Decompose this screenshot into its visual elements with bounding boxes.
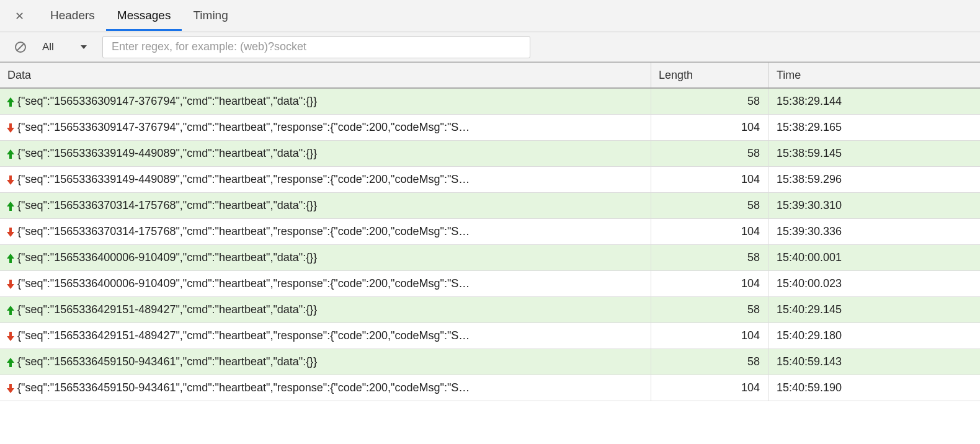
close-icon[interactable]: ✕ bbox=[15, 9, 24, 23]
arrow-down-icon bbox=[5, 226, 16, 238]
message-time: 15:38:29.165 bbox=[769, 115, 980, 140]
message-payload: {"seq":"1565336459150-943461","cmd":"hea… bbox=[17, 355, 317, 368]
arrow-up-icon bbox=[5, 96, 16, 107]
message-time: 15:38:59.145 bbox=[769, 141, 980, 166]
message-time: 15:40:29.180 bbox=[769, 323, 980, 349]
message-length: 58 bbox=[651, 349, 769, 375]
message-time: 15:40:59.143 bbox=[769, 349, 980, 375]
message-payload: {"seq":"1565336459150-943461","cmd":"hea… bbox=[17, 381, 470, 394]
table-row[interactable]: {"seq":"1565336370314-175768","cmd":"hea… bbox=[0, 219, 980, 245]
table-row[interactable]: {"seq":"1565336459150-943461","cmd":"hea… bbox=[0, 349, 980, 375]
message-length: 58 bbox=[651, 297, 769, 322]
tab-messages[interactable]: Messages bbox=[106, 1, 182, 31]
filter-select[interactable]: All bbox=[36, 41, 94, 53]
message-length: 104 bbox=[651, 323, 769, 349]
message-length: 58 bbox=[651, 245, 769, 270]
table-row[interactable]: {"seq":"1565336459150-943461","cmd":"hea… bbox=[0, 375, 980, 401]
message-length: 104 bbox=[651, 219, 769, 244]
message-time: 15:39:30.336 bbox=[769, 219, 980, 244]
message-payload: {"seq":"1565336429151-489427","cmd":"hea… bbox=[17, 303, 317, 316]
message-length: 58 bbox=[651, 89, 769, 114]
arrow-down-icon bbox=[5, 278, 16, 290]
message-payload: {"seq":"1565336370314-175768","cmd":"hea… bbox=[17, 199, 317, 212]
col-data[interactable]: Data bbox=[0, 63, 651, 87]
filter-label: All bbox=[42, 41, 54, 53]
toolbar: All bbox=[0, 32, 980, 62]
table-row[interactable]: {"seq":"1565336400006-910409","cmd":"hea… bbox=[0, 271, 980, 297]
table-header: Data Length Time bbox=[0, 62, 980, 88]
message-time: 15:40:59.190 bbox=[769, 375, 980, 401]
col-time[interactable]: Time bbox=[769, 63, 980, 87]
arrow-up-icon bbox=[5, 200, 16, 211]
message-payload: {"seq":"1565336309147-376794","cmd":"hea… bbox=[17, 95, 317, 108]
arrow-down-icon bbox=[5, 174, 16, 185]
message-length: 104 bbox=[651, 375, 769, 401]
message-length: 104 bbox=[651, 271, 769, 296]
message-rows: {"seq":"1565336309147-376794","cmd":"hea… bbox=[0, 88, 980, 401]
tab-bar: ✕ Headers Messages Timing bbox=[0, 0, 980, 32]
arrow-down-icon bbox=[5, 122, 16, 133]
regex-input[interactable] bbox=[102, 36, 530, 58]
col-length[interactable]: Length bbox=[651, 63, 769, 87]
svg-line-1 bbox=[17, 43, 24, 50]
message-time: 15:40:00.001 bbox=[769, 245, 980, 270]
table-row[interactable]: {"seq":"1565336429151-489427","cmd":"hea… bbox=[0, 297, 980, 323]
table-row[interactable]: {"seq":"1565336309147-376794","cmd":"hea… bbox=[0, 89, 980, 115]
message-payload: {"seq":"1565336309147-376794","cmd":"hea… bbox=[17, 121, 470, 134]
table-row[interactable]: {"seq":"1565336429151-489427","cmd":"hea… bbox=[0, 323, 980, 349]
table-row[interactable]: {"seq":"1565336309147-376794","cmd":"hea… bbox=[0, 115, 980, 141]
table-row[interactable]: {"seq":"1565336370314-175768","cmd":"hea… bbox=[0, 193, 980, 219]
message-length: 58 bbox=[651, 193, 769, 218]
message-time: 15:38:59.296 bbox=[769, 167, 980, 192]
arrow-down-icon bbox=[5, 383, 16, 394]
message-length: 104 bbox=[651, 115, 769, 140]
arrow-up-icon bbox=[5, 148, 16, 159]
message-payload: {"seq":"1565336400006-910409","cmd":"hea… bbox=[17, 277, 470, 290]
message-time: 15:39:30.310 bbox=[769, 193, 980, 218]
tab-headers[interactable]: Headers bbox=[39, 1, 106, 31]
arrow-down-icon bbox=[5, 331, 16, 342]
message-payload: {"seq":"1565336400006-910409","cmd":"hea… bbox=[17, 251, 317, 264]
message-time: 15:40:29.145 bbox=[769, 297, 980, 322]
message-time: 15:38:29.144 bbox=[769, 89, 980, 114]
message-payload: {"seq":"1565336370314-175768","cmd":"hea… bbox=[17, 225, 470, 238]
table-row[interactable]: {"seq":"1565336400006-910409","cmd":"hea… bbox=[0, 245, 980, 271]
message-time: 15:40:00.023 bbox=[769, 271, 980, 296]
tab-timing[interactable]: Timing bbox=[182, 1, 239, 31]
chevron-down-icon bbox=[80, 43, 87, 51]
table-row[interactable]: {"seq":"1565336339149-449089","cmd":"hea… bbox=[0, 141, 980, 167]
arrow-up-icon bbox=[5, 357, 16, 368]
message-length: 58 bbox=[651, 141, 769, 166]
table-row[interactable]: {"seq":"1565336339149-449089","cmd":"hea… bbox=[0, 167, 980, 193]
message-payload: {"seq":"1565336339149-449089","cmd":"hea… bbox=[17, 147, 317, 160]
message-payload: {"seq":"1565336339149-449089","cmd":"hea… bbox=[17, 173, 470, 186]
cancel-icon[interactable] bbox=[14, 40, 27, 54]
arrow-up-icon bbox=[5, 304, 16, 316]
message-payload: {"seq":"1565336429151-489427","cmd":"hea… bbox=[17, 329, 470, 342]
arrow-up-icon bbox=[5, 252, 16, 264]
message-length: 104 bbox=[651, 167, 769, 192]
